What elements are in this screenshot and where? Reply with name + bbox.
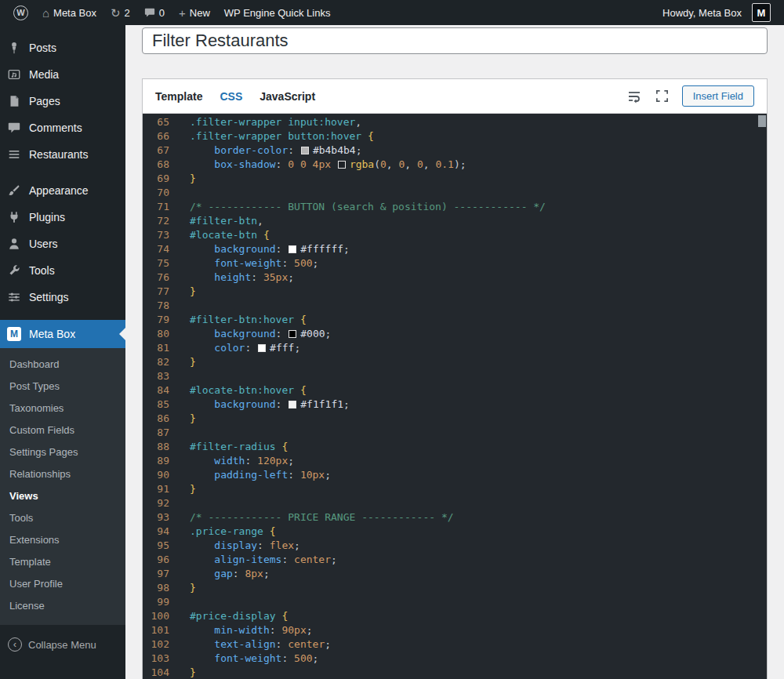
person-icon [6,236,22,252]
sidebar-item-label: Meta Box [29,328,75,340]
line-wrap-icon[interactable] [626,88,643,105]
updates-count: 2 [125,7,130,19]
code-line: 91} [143,482,767,496]
color-swatch [301,147,309,154]
howdy-account-menu-item[interactable]: Howdy, Meta Box M [655,0,778,25]
code-text [169,496,190,510]
sidebar-item-posts[interactable]: Posts [0,34,125,61]
editor-tabbar: Template CSS JavaScript Insert Field [143,79,767,114]
line-number: 76 [143,271,169,285]
sidebar-item-label: Users [29,238,58,250]
brush-icon [6,183,22,198]
view-editor-panel: Template CSS JavaScript Insert Field 65.… [142,78,768,679]
wordpress-menu-item[interactable]: W [6,0,35,25]
code-line: 90 padding-left: 10px; [143,468,767,482]
line-number: 86 [143,412,169,426]
sidebar-item-label: Settings [29,291,69,303]
submenu-item-views[interactable]: Views [0,485,125,507]
code-text [169,426,190,440]
code-line: 76 height: 35px; [143,271,767,285]
sidebar-item-media[interactable]: Media [0,61,125,88]
line-number: 89 [143,454,169,468]
insert-field-button[interactable]: Insert Field [682,85,754,107]
sidebar-item-appearance[interactable]: Appearance [0,177,125,204]
code-text [169,299,190,313]
line-number: 84 [143,383,169,398]
wordpress-logo-icon: W [13,5,28,20]
tab-template[interactable]: Template [155,90,202,103]
tab-javascript[interactable]: JavaScript [260,90,315,103]
sidebar-item-meta-box[interactable]: M Meta Box [0,320,125,348]
code-text: box-shadow: 0 0 4px rgba(0, 0, 0, 0.1); [169,158,466,172]
css-code-editor[interactable]: 65.filter-wrapper input:hover,66.filter-… [143,114,767,679]
code-text: #locate-btn { [169,228,270,242]
line-number: 73 [143,228,169,242]
tab-css[interactable]: CSS [220,90,242,103]
code-text: align-items: center; [169,553,337,567]
view-title-input[interactable] [142,27,768,54]
submenu-item-extensions[interactable]: Extensions [0,529,125,551]
submenu-item-custom-fields[interactable]: Custom Fields [0,419,125,441]
collapse-arrow-icon: ‹ [8,637,22,652]
fullscreen-icon[interactable] [654,88,671,105]
sidebar-item-tools[interactable]: Tools [0,257,125,284]
code-text: background: #ffffff; [169,242,350,256]
code-text: width: 120px; [169,454,294,468]
sidebar-item-settings[interactable]: Settings [0,284,125,310]
code-line: 84#locate-btn:hover { [143,383,767,398]
submenu-item-post-types[interactable]: Post Types [0,376,125,398]
code-text: #filter-btn:hover { [169,313,307,327]
submenu-item-settings-pages[interactable]: Settings Pages [0,441,125,463]
sidebar-item-restaurants[interactable]: Restaurants [0,141,125,168]
code-line: 97 gap: 8px; [143,567,767,581]
code-line: 93/* ------------ PRICE RANGE ----------… [143,510,767,525]
code-line: 86} [143,412,767,426]
wp-engine-quick-links-menu-item[interactable]: WP Engine Quick Links [217,0,338,25]
line-number: 103 [143,652,169,666]
color-swatch [289,330,296,338]
code-line: 70 [143,186,767,200]
color-swatch [289,245,296,253]
code-text: #price-display { [169,609,288,623]
line-number: 82 [143,355,169,369]
submenu-item-relationships[interactable]: Relationships [0,463,125,485]
line-number: 102 [143,637,169,652]
submenu-item-tools[interactable]: Tools [0,507,125,529]
code-text: } [169,412,196,426]
submenu-item-taxonomies[interactable]: Taxonomies [0,398,125,419]
code-text [169,186,190,200]
home-icon: ⌂ [42,7,49,19]
comment-bubble-icon [144,7,155,18]
line-number: 98 [143,581,169,595]
code-text [169,369,190,383]
line-number: 83 [143,369,169,383]
new-menu-item[interactable]: + New [172,0,217,25]
user-avatar: M [752,3,771,22]
comments-menu-item[interactable]: 0 [137,0,172,25]
sidebar-item-label: Appearance [29,184,89,197]
submenu-item-user-profile[interactable]: User Profile [0,573,125,595]
updates-menu-item[interactable]: ↻ 2 [103,0,137,25]
sidebar-item-users[interactable]: Users [0,231,125,257]
line-number: 67 [143,143,169,158]
code-line: 77} [143,285,767,299]
collapse-menu-button[interactable]: ‹ Collapse Menu [0,630,125,659]
code-line: 71/* ------------ BUTTON (search & posit… [143,200,767,214]
submenu-item-dashboard[interactable]: Dashboard [0,354,125,376]
site-name-menu-item[interactable]: ⌂ Meta Box [35,0,103,25]
code-text: /* ------------ PRICE RANGE ------------… [169,510,454,525]
code-text: } [169,482,196,496]
sidebar-item-plugins[interactable]: Plugins [0,204,125,231]
sidebar-item-comments[interactable]: Comments [0,114,125,141]
code-line: 87 [143,426,767,440]
code-line: 78 [143,299,767,313]
submenu-item-template[interactable]: Template [0,551,125,573]
code-line: 68 box-shadow: 0 0 4px rgba(0, 0, 0, 0.1… [143,158,767,172]
code-line: 94.price-range { [143,525,767,539]
submenu-item-license[interactable]: License [0,595,125,617]
code-line: 95 display: flex; [143,539,767,553]
sidebar-item-pages[interactable]: Pages [0,88,125,114]
editor-scrollbar-thumb[interactable] [758,115,766,127]
code-line: 99 [143,595,767,609]
editor-toolbar: Insert Field [626,85,754,107]
